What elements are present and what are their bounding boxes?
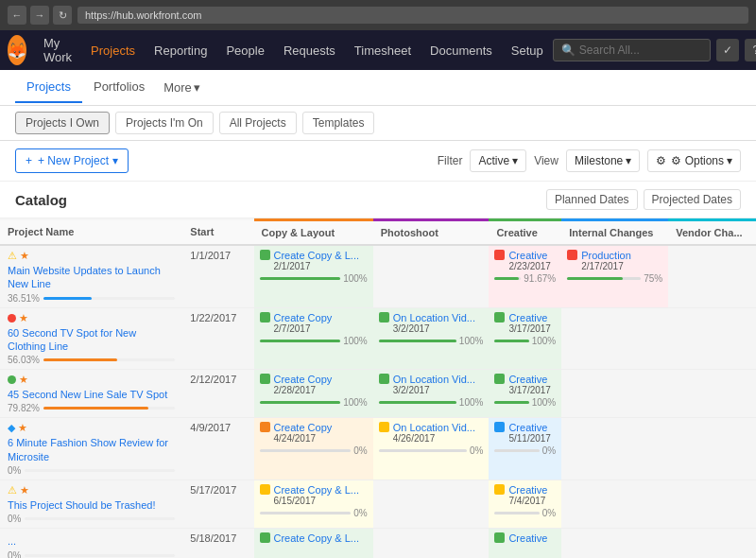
task-name-creative-5[interactable]: Creative	[508, 532, 547, 544]
warning-icon: ⚠	[8, 484, 17, 497]
task-name-copy-4[interactable]: Create Copy & L...	[274, 484, 360, 496]
progress-bar-0	[43, 297, 175, 300]
task-date-photoshoot-2: 3/2/2017	[393, 385, 475, 395]
task-name-creative-3[interactable]: Creative	[508, 422, 551, 433]
progress-bar-1	[43, 358, 175, 361]
task-pct-copy-0: 100%	[343, 273, 368, 284]
address-bar[interactable]: https://hub.workfront.com	[77, 7, 748, 24]
progress-bar-3	[25, 469, 175, 472]
project-name-cell-3: ◆★ 6 Minute Fashion Show Review for Micr…	[0, 418, 182, 480]
project-name-1[interactable]: 60 Second TV Spot for New Clothing Line	[8, 326, 175, 354]
task-pct-creative-4: 0%	[542, 508, 556, 518]
milestone-view-button[interactable]: Milestone ▾	[566, 149, 640, 172]
task-date-photoshoot-1: 3/2/2017	[393, 323, 475, 334]
task-name-creative-1[interactable]: Creative	[508, 312, 551, 323]
milestone-cell-vendor-4	[668, 480, 756, 529]
view-label: View	[534, 154, 558, 167]
toolbar: + + New Project ▾ Filter Active ▾ View M…	[0, 141, 756, 182]
project-table-container[interactable]: Project Name Start Copy & Layout Photosh…	[0, 218, 756, 558]
milestone-cell-copy-2: Create Copy 2/28/2017 100%	[254, 370, 373, 418]
milestone-cell-internal-0: Production 2/17/2017 75%	[561, 245, 668, 307]
filter-active-button[interactable]: Active ▾	[470, 149, 526, 172]
col-project-name: Project Name	[0, 220, 182, 246]
task-name-copy-1[interactable]: Create Copy	[274, 312, 333, 323]
green-status-dot	[8, 375, 16, 384]
start-date-3: 4/9/2017	[182, 418, 253, 480]
col-copy-layout: Copy & Layout	[254, 220, 373, 246]
milestone-cell-photoshoot-2: On Location Vid... 3/2/2017 100%	[373, 370, 490, 418]
task-name-copy-2[interactable]: Create Copy	[274, 374, 333, 385]
catalog-title: Catalog	[15, 192, 67, 208]
milestone-cell-copy-0: Create Copy & L... 2/1/2017 100%	[254, 245, 373, 307]
project-name-3[interactable]: 6 Minute Fashion Show Review for Microsi…	[8, 436, 175, 463]
chevron-down-icon: ▾	[512, 154, 518, 167]
milestone-cell-photoshoot-4	[373, 480, 490, 529]
project-name-0[interactable]: Main Website Updates to Launch New Line	[8, 264, 175, 291]
task-name-photoshoot-2[interactable]: On Location Vid...	[393, 374, 475, 385]
start-date-0: 1/1/2017	[182, 245, 253, 307]
task-pct-copy-3: 0%	[353, 445, 367, 456]
planned-dates-button[interactable]: Planned Dates	[546, 189, 638, 210]
date-controls: Planned Dates Projected Dates	[546, 189, 741, 210]
progress-pct-2: 79.82%	[8, 403, 40, 413]
nav-timesheet[interactable]: Timesheet	[345, 30, 421, 70]
table-row: ... 0% 5/18/2017 Create Copy & L...	[0, 529, 756, 558]
milestone-cell-internal-4	[561, 480, 668, 529]
subtab-all-projects[interactable]: All Projects	[219, 112, 297, 134]
task-date-creative-2: 3/17/2017	[508, 385, 551, 395]
task-name-photoshoot-1[interactable]: On Location Vid...	[393, 312, 475, 323]
task-name-creative-0[interactable]: Creative	[508, 250, 551, 261]
task-name-copy-0[interactable]: Create Copy & L...	[274, 250, 360, 261]
help-icon-btn[interactable]: ?	[745, 39, 756, 61]
tab-portfolios[interactable]: Portfolios	[82, 72, 156, 103]
milestone-cell-copy-4: Create Copy & L... 6/15/2017 0%	[254, 480, 373, 529]
task-date-copy-4: 6/15/2017	[274, 496, 360, 506]
subtab-templates[interactable]: Templates	[302, 112, 375, 134]
table-row: ⚠★ Main Website Updates to Launch New Li…	[0, 245, 756, 307]
project-name-5[interactable]: ...	[8, 534, 175, 548]
new-project-button[interactable]: + + New Project ▾	[15, 148, 129, 173]
table-row: ★ 45 Second New Line Sale TV Spot 79.82%…	[0, 370, 756, 418]
table-row: ⚠★ This Project Should be Trashed! 0% 5/…	[0, 480, 756, 529]
forward-button[interactable]: →	[30, 6, 49, 25]
toolbar-right: Filter Active ▾ View Milestone ▾ ⚙ ⚙ Opt…	[438, 149, 741, 172]
task-pct-photoshoot-3: 0%	[470, 445, 483, 456]
tab-projects[interactable]: Projects	[15, 72, 82, 103]
search-bar[interactable]: 🔍	[553, 39, 711, 61]
nav-requests[interactable]: Requests	[274, 30, 345, 70]
progress-pct-1: 56.03%	[8, 355, 40, 365]
task-name-creative-2[interactable]: Creative	[508, 374, 551, 385]
project-name-4[interactable]: This Project Should be Trashed!	[8, 498, 175, 512]
milestone-cell-photoshoot-0	[373, 245, 490, 307]
task-name-photoshoot-3[interactable]: On Location Vid...	[393, 422, 475, 433]
col-creative: Creative	[489, 220, 561, 246]
red-status-dot	[8, 314, 16, 323]
task-date-copy-2: 2/28/2017	[274, 385, 333, 395]
nav-my-work[interactable]: My Work	[34, 30, 81, 70]
project-name-2[interactable]: 45 Second New Line Sale TV Spot	[8, 388, 175, 401]
nav-projects[interactable]: Projects	[81, 30, 145, 70]
checkmark-icon-btn[interactable]: ✓	[716, 39, 739, 61]
task-name-creative-4[interactable]: Creative	[508, 484, 547, 496]
task-name-copy-3[interactable]: Create Copy	[274, 422, 333, 433]
search-input[interactable]	[579, 44, 702, 57]
nav-people[interactable]: People	[216, 30, 273, 70]
milestone-cell-photoshoot-3: On Location Vid... 4/26/2017 0%	[373, 418, 490, 480]
nav-reporting[interactable]: Reporting	[145, 30, 216, 70]
col-internal: Internal Changes	[561, 220, 668, 246]
options-button[interactable]: ⚙ ⚙ Options ▾	[647, 149, 741, 172]
nav-setup[interactable]: Setup	[502, 30, 553, 70]
star-icon: ★	[20, 484, 29, 497]
tab-more[interactable]: More ▾	[156, 73, 208, 102]
subtab-projects-i-own[interactable]: Projects I Own	[15, 112, 110, 134]
task-name-copy-5[interactable]: Create Copy & L...	[274, 532, 360, 544]
warning-icon: ⚠	[8, 250, 17, 262]
chevron-down-icon: ▾	[194, 80, 200, 95]
projected-dates-button[interactable]: Projected Dates	[644, 189, 741, 210]
task-date-copy-0: 2/1/2017	[274, 261, 360, 271]
back-button[interactable]: ←	[8, 6, 26, 25]
task-name-internal-0[interactable]: Production	[581, 250, 631, 261]
subtab-projects-im-on[interactable]: Projects I'm On	[115, 112, 214, 134]
reload-button[interactable]: ↻	[53, 6, 72, 25]
nav-documents[interactable]: Documents	[421, 30, 502, 70]
